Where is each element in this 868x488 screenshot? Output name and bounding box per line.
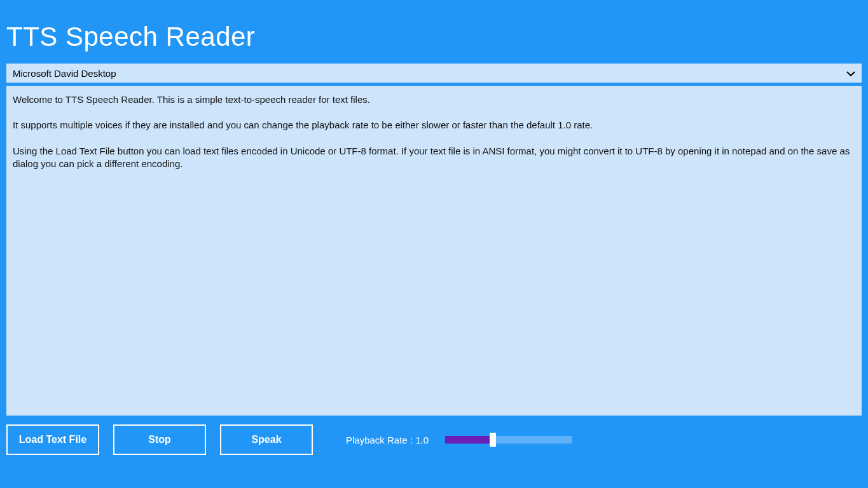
text-content-area[interactable]: Welcome to TTS Speech Reader. This is a … [6,86,862,416]
voice-select-value: Microsoft David Desktop [13,68,116,79]
slider-thumb[interactable] [490,433,496,447]
slider-track [496,436,572,444]
voice-select-dropdown[interactable]: Microsoft David Desktop [6,64,862,84]
stop-button[interactable]: Stop [113,424,206,455]
controls-bar: Load Text File Stop Speak Playback Rate … [0,416,868,455]
content-paragraph: It supports multiple voices if they are … [13,119,855,132]
content-paragraph: Using the Load Text File button you can … [13,145,855,171]
content-paragraph: Welcome to TTS Speech Reader. This is a … [13,93,855,106]
slider-fill [445,436,490,444]
playback-rate-label: Playback Rate : 1.0 [346,435,429,445]
speak-button[interactable]: Speak [220,424,313,455]
app-title: TTS Speech Reader [0,0,868,64]
playback-rate-slider[interactable] [445,435,572,444]
chevron-down-icon [846,67,855,79]
load-text-file-button[interactable]: Load Text File [6,424,99,455]
